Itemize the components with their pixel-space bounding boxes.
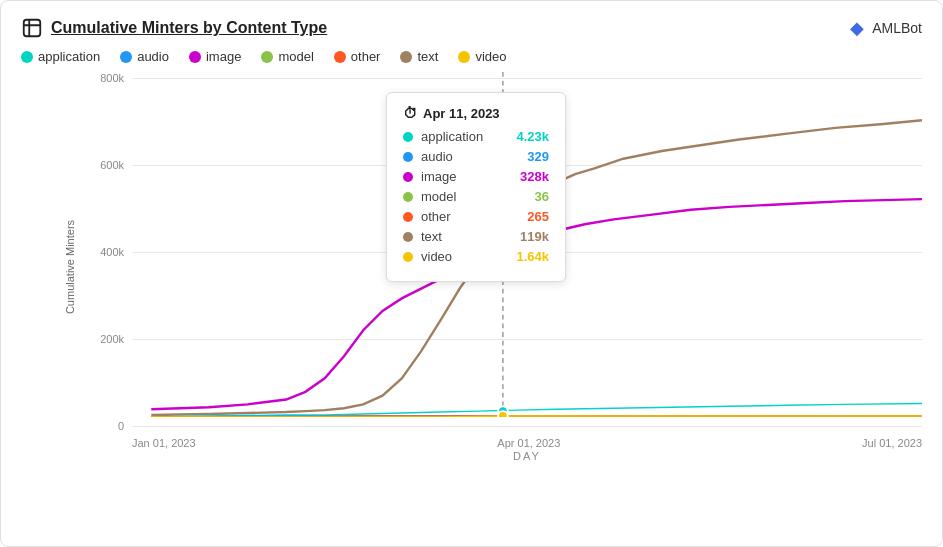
- x-axis: DAY Jan 01, 2023Apr 01, 2023Jul 01, 2023: [132, 432, 922, 462]
- legend-label: model: [278, 49, 313, 64]
- tooltip-dot: [403, 152, 413, 162]
- chart-area: Cumulative Minters 800k600k400k200k0: [21, 72, 922, 462]
- tooltip-item-value: 1.64k: [516, 249, 549, 264]
- legend-dot: [120, 51, 132, 63]
- legend-label: text: [417, 49, 438, 64]
- legend-label: other: [351, 49, 381, 64]
- tooltip-row: model 36: [403, 189, 549, 204]
- title-area: Cumulative Minters by Content Type: [21, 17, 327, 39]
- tooltip-dot: [403, 252, 413, 262]
- x-axis-label: DAY: [513, 450, 541, 462]
- legend-item: model: [261, 49, 313, 64]
- tooltip-item-value: 36: [535, 189, 549, 204]
- tooltip-item-name: audio: [421, 149, 519, 164]
- grid-line: 0: [86, 420, 922, 432]
- legend-dot: [261, 51, 273, 63]
- y-tick: 800k: [86, 72, 124, 84]
- tooltip-row: audio 329: [403, 149, 549, 164]
- tooltip-header: ⏱ Apr 11, 2023: [403, 105, 549, 121]
- y-tick: 400k: [86, 246, 124, 258]
- x-tick: Jan 01, 2023: [132, 437, 196, 449]
- legend-item: application: [21, 49, 100, 64]
- legend-dot: [21, 51, 33, 63]
- tooltip-row: image 328k: [403, 169, 549, 184]
- tooltip-item-name: text: [421, 229, 512, 244]
- tooltip-item-name: model: [421, 189, 527, 204]
- chart-icon: [21, 17, 43, 39]
- tooltip-item-value: 265: [527, 209, 549, 224]
- legend-dot: [334, 51, 346, 63]
- tooltip-item-value: 329: [527, 149, 549, 164]
- legend-item: image: [189, 49, 241, 64]
- tooltip-date: Apr 11, 2023: [423, 106, 500, 121]
- y-axis-label: Cumulative Minters: [64, 220, 76, 314]
- tooltip-item-name: image: [421, 169, 512, 184]
- x-tick: Apr 01, 2023: [497, 437, 560, 449]
- tooltip-dot: [403, 192, 413, 202]
- tooltip-dot: [403, 172, 413, 182]
- svg-point-5: [498, 411, 508, 417]
- legend-label: audio: [137, 49, 169, 64]
- legend: applicationaudioimagemodelothertextvideo: [21, 49, 922, 64]
- grid-h-line: [132, 426, 922, 427]
- tooltip-row: other 265: [403, 209, 549, 224]
- legend-label: image: [206, 49, 241, 64]
- legend-label: video: [475, 49, 506, 64]
- tooltip: ⏱ Apr 11, 2023 application 4.23k audio 3…: [386, 92, 566, 282]
- tooltip-item-value: 328k: [520, 169, 549, 184]
- legend-item: other: [334, 49, 381, 64]
- tooltip-dot: [403, 232, 413, 242]
- chart-inner: 800k600k400k200k0: [86, 72, 922, 462]
- brand-icon: ◆: [850, 17, 864, 39]
- legend-dot: [458, 51, 470, 63]
- x-tick: Jul 01, 2023: [862, 437, 922, 449]
- tooltip-item-name: other: [421, 209, 519, 224]
- tooltip-dot: [403, 212, 413, 222]
- y-tick: 600k: [86, 159, 124, 171]
- legend-label: application: [38, 49, 100, 64]
- y-tick: 0: [86, 420, 124, 432]
- chart-title: Cumulative Minters by Content Type: [51, 19, 327, 37]
- legend-item: audio: [120, 49, 169, 64]
- legend-item: video: [458, 49, 506, 64]
- tooltip-item-value: 119k: [520, 229, 549, 244]
- brand-name: AMLBot: [872, 20, 922, 36]
- tooltip-row: video 1.64k: [403, 249, 549, 264]
- brand-area: ◆ AMLBot: [850, 17, 922, 39]
- tooltip-item-value: 4.23k: [516, 129, 549, 144]
- legend-dot: [400, 51, 412, 63]
- tooltip-dot: [403, 132, 413, 142]
- header: Cumulative Minters by Content Type ◆ AML…: [21, 17, 922, 39]
- legend-dot: [189, 51, 201, 63]
- y-tick: 200k: [86, 333, 124, 345]
- tooltip-item-name: application: [421, 129, 508, 144]
- main-container: Cumulative Minters by Content Type ◆ AML…: [0, 0, 943, 547]
- tooltip-row: text 119k: [403, 229, 549, 244]
- legend-item: text: [400, 49, 438, 64]
- tooltip-row: application 4.23k: [403, 129, 549, 144]
- tooltip-item-name: video: [421, 249, 508, 264]
- svg-rect-0: [24, 20, 41, 37]
